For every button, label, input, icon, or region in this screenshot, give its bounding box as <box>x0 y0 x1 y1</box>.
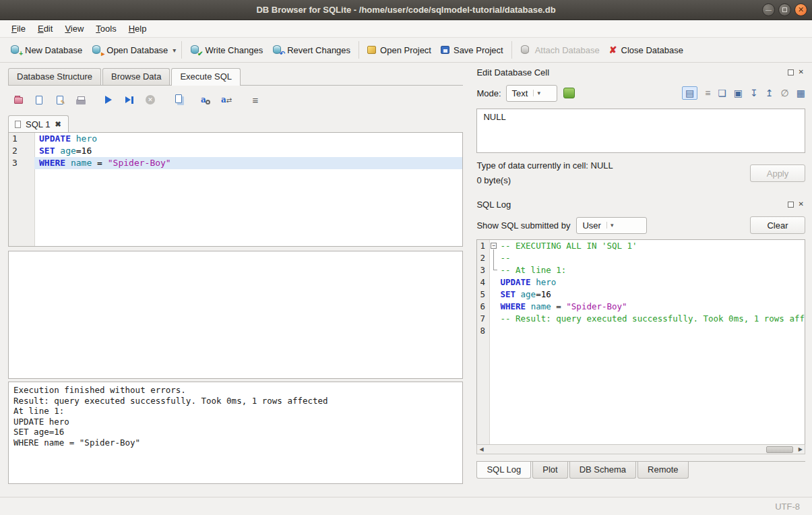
window-controls: — ✕ <box>762 3 807 16</box>
revert-changes-button[interactable]: ↶ Revert Changes <box>268 40 355 59</box>
menu-help[interactable]: Help <box>123 21 153 36</box>
text-mode-icon[interactable]: ▤ <box>682 86 697 100</box>
fold-guide <box>489 325 499 337</box>
tab-db-schema[interactable]: DB Schema <box>569 462 636 479</box>
execute-all-button[interactable] <box>100 92 117 107</box>
sql-tab-label: SQL 1 <box>26 119 50 129</box>
bottom-tab-bar: SQL Log Plot DB Schema Remote <box>476 461 805 479</box>
code-line: 2-- <box>477 252 805 264</box>
close-button[interactable]: ✕ <box>794 3 807 16</box>
open-file-in-cell-icon[interactable]: ❏ <box>718 88 726 98</box>
sql-log-view[interactable]: 1−-- EXECUTING ALL IN 'SQL 1'2--3-- At l… <box>476 239 805 444</box>
print-sql-button[interactable] <box>73 92 89 107</box>
open-sql-file-button[interactable] <box>10 92 26 107</box>
cell-value-editor[interactable]: NULL <box>476 109 805 153</box>
import-cell-icon[interactable]: ↧ <box>750 88 758 98</box>
scroll-right-icon[interactable]: ▶ <box>799 445 803 454</box>
save-project-button[interactable]: Save Project <box>436 41 508 59</box>
tab-sql-log[interactable]: SQL Log <box>476 462 531 479</box>
result-message[interactable]: Execution finished without errors.Result… <box>8 382 463 484</box>
attach-database-icon <box>520 44 531 55</box>
close-database-button[interactable]: ✘ Close Database <box>604 41 688 59</box>
export-results-icon <box>175 94 182 103</box>
scrollbar-thumb[interactable] <box>766 446 793 453</box>
new-database-label: New Database <box>25 45 82 55</box>
word-wrap-icon[interactable]: ≡ <box>705 88 710 98</box>
edit-cell-header: Edit Database Cell ✕ <box>476 65 805 79</box>
export-cell-icon[interactable]: ↥ <box>766 88 774 98</box>
maximize-button[interactable] <box>778 3 791 16</box>
minimize-button[interactable]: — <box>762 3 775 16</box>
tab-execute-sql[interactable]: Execute SQL <box>171 68 241 86</box>
write-changes-label: Write Changes <box>205 45 263 55</box>
log-filter-select[interactable]: User ▾ <box>576 217 647 234</box>
attach-database-label: Attach Database <box>535 45 600 55</box>
fold-marker-icon[interactable]: − <box>489 240 499 252</box>
title-bar: DB Browser for SQLite - /home/user/code/… <box>0 0 812 20</box>
main-toolbar: + New Database ▸ Open Database ▾ ✔ Write… <box>0 38 812 63</box>
format-sql-button[interactable]: ≡ <box>247 92 263 107</box>
menu-view[interactable]: View <box>59 21 90 36</box>
close-panel-icon[interactable]: ✕ <box>799 201 804 208</box>
execute-line-button[interactable] <box>121 92 137 107</box>
open-database-label: Open Database <box>106 45 168 55</box>
encoding-indicator: UTF-8 <box>775 502 800 512</box>
code-line: 7-- Result: query executed successfully.… <box>477 313 805 325</box>
fold-guide <box>489 264 499 276</box>
write-changes-button[interactable]: ✔ Write Changes <box>185 40 268 59</box>
results-grid[interactable] <box>8 251 463 379</box>
menu-file[interactable]: File <box>5 21 32 36</box>
sql-tab[interactable]: SQL 1 ✖ <box>8 115 69 132</box>
cell-size-info: 0 byte(s) <box>476 173 613 188</box>
mode-value: Text <box>512 88 528 98</box>
save-sql-as-button[interactable]: ✎ <box>52 92 68 107</box>
message-line: At line 1: <box>13 406 458 417</box>
edit-cell-title: Edit Database Cell <box>476 67 787 78</box>
tab-plot[interactable]: Plot <box>532 462 567 479</box>
log-filter-label: Show SQL submitted by <box>476 220 570 231</box>
tab-remote[interactable]: Remote <box>637 462 689 479</box>
sql-editor-lines: 1UPDATE hero2SET age=163WHERE name = "Sp… <box>9 133 462 169</box>
sql-editor[interactable]: 1UPDATE hero2SET age=163WHERE name = "Sp… <box>8 132 463 247</box>
float-panel-icon[interactable] <box>788 69 794 75</box>
main-content: Database Structure Browse Data Execute S… <box>0 63 812 497</box>
auto-mode-icon[interactable] <box>563 88 575 98</box>
set-null-icon[interactable]: ∅ <box>781 88 789 98</box>
chevron-down-icon: ▾ <box>533 90 540 96</box>
export-results-button[interactable] <box>171 92 187 107</box>
menu-tools[interactable]: Tools <box>90 21 122 36</box>
document-icon <box>15 121 21 128</box>
log-horizontal-scrollbar[interactable]: ◀ ▶ <box>476 444 805 454</box>
open-database-dropdown[interactable]: ▾ <box>173 42 178 58</box>
revert-changes-icon: ↶ <box>272 44 283 55</box>
print-cell-icon[interactable]: ▦ <box>797 88 805 98</box>
clear-log-button[interactable]: Clear <box>750 216 805 234</box>
code-line: 3-- At line 1: <box>477 264 805 276</box>
close-tab-icon[interactable]: ✖ <box>55 120 61 129</box>
close-panel-icon[interactable]: ✕ <box>799 69 804 75</box>
find-button[interactable]: a <box>197 92 214 107</box>
scroll-left-icon[interactable]: ◀ <box>479 445 483 454</box>
open-database-button[interactable]: ▸ Open Database <box>87 40 173 59</box>
find-replace-icon: a <box>221 95 226 104</box>
message-line: WHERE name = "Spider-Boy" <box>13 437 458 448</box>
new-database-button[interactable]: + New Database <box>5 40 87 59</box>
tab-browse-data[interactable]: Browse Data <box>102 68 170 85</box>
code-line: 5SET age=16 <box>477 289 805 301</box>
left-panel: Database Structure Browse Data Execute S… <box>0 63 472 497</box>
menu-edit[interactable]: Edit <box>32 21 59 36</box>
cell-info-row: Type of data currently in cell: NULL 0 b… <box>476 158 805 188</box>
sql-log-header: SQL Log ✕ <box>476 198 805 211</box>
sql-log-lines: 1−-- EXECUTING ALL IN 'SQL 1'2--3-- At l… <box>477 240 805 337</box>
float-panel-icon[interactable] <box>788 202 794 208</box>
save-cell-icon[interactable]: ▣ <box>734 88 743 98</box>
execute-sql-pane: ✎ ✕ a a⇄ ≡ SQL 1 ✖ 1UPDATE hero2SET age=… <box>8 85 463 484</box>
find-replace-button[interactable]: a⇄ <box>218 92 235 107</box>
tab-database-structure[interactable]: Database Structure <box>8 68 101 85</box>
fold-guide <box>489 313 499 325</box>
save-sql-as-icon: ✎ <box>57 96 63 104</box>
save-sql-file-button[interactable] <box>31 92 47 107</box>
open-project-button[interactable]: Open Project <box>363 41 436 59</box>
mode-select[interactable]: Text ▾ <box>506 85 557 102</box>
close-icon: ✕ <box>798 5 804 14</box>
